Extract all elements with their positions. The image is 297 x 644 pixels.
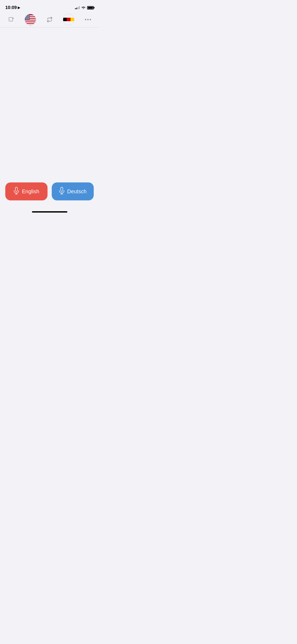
toolbar xyxy=(0,12,99,27)
svg-point-33 xyxy=(27,17,27,18)
svg-point-35 xyxy=(28,17,29,18)
svg-point-41 xyxy=(26,19,26,19)
svg-point-28 xyxy=(26,17,27,17)
german-flag-button[interactable] xyxy=(63,14,74,25)
wifi-icon xyxy=(81,6,86,10)
svg-rect-5 xyxy=(25,20,36,21)
svg-point-31 xyxy=(29,17,29,17)
svg-point-10 xyxy=(26,14,27,15)
svg-point-17 xyxy=(28,15,29,16)
svg-point-37 xyxy=(26,18,27,19)
svg-point-21 xyxy=(28,16,29,16)
status-icons xyxy=(75,6,94,10)
svg-point-48 xyxy=(90,19,91,20)
svg-point-22 xyxy=(29,16,29,16)
status-bar: 10:09 ▶ xyxy=(0,0,99,12)
svg-point-47 xyxy=(87,19,89,20)
svg-point-42 xyxy=(27,19,27,19)
svg-rect-7 xyxy=(25,24,36,25)
svg-rect-0 xyxy=(9,17,13,21)
svg-point-43 xyxy=(27,19,28,19)
swap-languages-button[interactable] xyxy=(44,14,55,25)
location-icon: ▶ xyxy=(18,6,20,10)
svg-point-23 xyxy=(26,16,26,17)
more-options-button[interactable] xyxy=(82,14,94,25)
home-indicator xyxy=(32,211,67,213)
svg-point-14 xyxy=(26,15,26,16)
svg-point-26 xyxy=(28,16,29,17)
battery-icon xyxy=(87,6,94,10)
svg-point-30 xyxy=(28,17,29,17)
svg-point-12 xyxy=(28,14,29,15)
english-label: English xyxy=(22,188,39,195)
deutsch-mic-icon xyxy=(59,187,65,196)
svg-point-34 xyxy=(27,17,28,18)
svg-point-40 xyxy=(29,18,29,19)
svg-point-13 xyxy=(29,14,29,15)
english-flag-button[interactable] xyxy=(25,14,36,25)
svg-point-46 xyxy=(85,19,86,20)
svg-point-38 xyxy=(27,18,27,19)
deutsch-label: Deutsch xyxy=(67,188,87,195)
svg-point-32 xyxy=(26,17,26,18)
english-button[interactable]: English xyxy=(5,182,48,200)
deutsch-button[interactable]: Deutsch xyxy=(52,182,94,200)
svg-point-25 xyxy=(27,16,28,17)
svg-point-9 xyxy=(25,14,26,15)
clock: 10:09 xyxy=(5,5,17,10)
main-content xyxy=(0,27,99,174)
svg-point-44 xyxy=(28,19,29,19)
status-time: 10:09 ▶ xyxy=(5,5,20,10)
compose-button[interactable] xyxy=(5,14,17,25)
svg-point-18 xyxy=(25,16,26,16)
svg-rect-6 xyxy=(25,22,36,23)
svg-point-29 xyxy=(27,17,27,17)
svg-point-16 xyxy=(27,15,28,16)
svg-rect-49 xyxy=(15,187,17,191)
svg-point-20 xyxy=(27,16,27,16)
english-mic-icon xyxy=(13,187,19,196)
signal-icon xyxy=(75,6,80,9)
svg-point-39 xyxy=(28,18,29,19)
svg-point-24 xyxy=(27,16,27,17)
svg-point-36 xyxy=(25,18,26,19)
svg-rect-52 xyxy=(61,187,63,191)
bottom-buttons: English Deutsch xyxy=(0,182,99,200)
